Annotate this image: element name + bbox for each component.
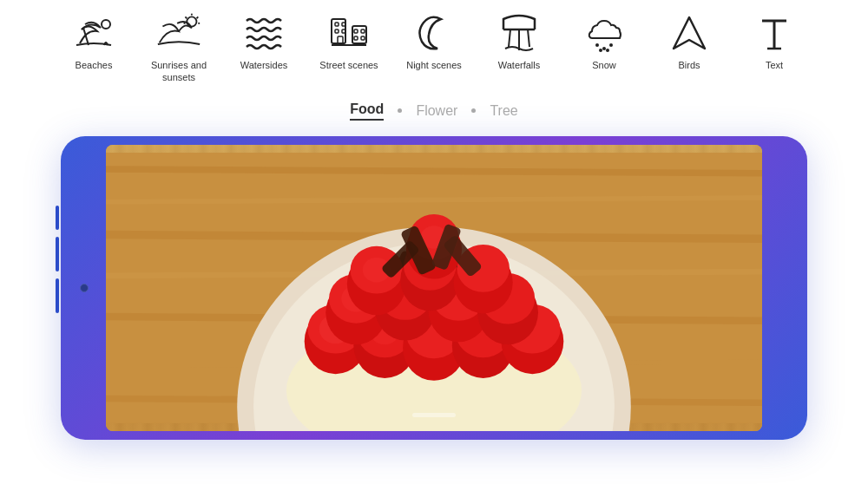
beaches-icon [71, 10, 116, 56]
phone-container [0, 136, 868, 448]
icon-snow[interactable]: Snow [569, 10, 639, 71]
text-label: Text [766, 59, 783, 71]
birds-label: Birds [678, 59, 700, 71]
snow-icon [582, 10, 627, 56]
svg-line-28 [106, 169, 762, 173]
svg-point-2 [187, 16, 196, 26]
svg-rect-11 [361, 29, 365, 33]
watersides-icon [241, 10, 286, 56]
volume-down-button [56, 278, 59, 313]
phone-screen [106, 145, 762, 431]
waterfalls-icon [496, 10, 542, 56]
icon-waterfalls[interactable]: Waterfalls [484, 10, 554, 71]
food-image-svg [106, 145, 762, 431]
icon-text[interactable]: Text [740, 10, 809, 71]
svg-rect-4 [352, 26, 366, 43]
filter-food[interactable]: Food [350, 101, 384, 121]
icon-beaches[interactable]: Beaches [59, 10, 128, 71]
front-camera [80, 284, 89, 292]
svg-rect-13 [361, 36, 365, 40]
home-button [412, 413, 456, 417]
svg-point-20 [602, 47, 606, 50]
dot-2 [471, 108, 476, 113]
text-icon [752, 10, 797, 56]
sunrises-icon [156, 10, 201, 56]
waterfalls-label: Waterfalls [498, 59, 541, 71]
power-button [56, 206, 59, 230]
svg-point-19 [595, 43, 599, 47]
svg-rect-8 [335, 29, 339, 33]
night-label: Night scenes [406, 59, 462, 71]
svg-rect-12 [354, 36, 358, 40]
svg-point-21 [609, 43, 613, 47]
icon-watersides[interactable]: Watersides [229, 10, 299, 71]
svg-rect-7 [342, 23, 345, 26]
svg-point-22 [599, 49, 602, 52]
phone-frame [61, 136, 807, 440]
birds-icon [667, 10, 712, 56]
svg-rect-10 [354, 29, 358, 33]
icon-birds[interactable]: Birds [654, 10, 724, 71]
icon-street[interactable]: Street scenes [314, 10, 384, 71]
beaches-label: Beaches [76, 59, 113, 71]
svg-rect-9 [342, 29, 345, 33]
filter-tree[interactable]: Tree [490, 103, 517, 119]
icon-sunrises[interactable]: Sunrises and sunsets [144, 10, 214, 84]
svg-line-16 [509, 29, 510, 47]
dot-1 [398, 108, 402, 113]
icon-night[interactable]: Night scenes [399, 10, 469, 71]
watersides-label: Watersides [240, 59, 288, 71]
side-buttons [56, 206, 59, 313]
svg-line-18 [528, 29, 529, 47]
street-label: Street scenes [319, 59, 378, 71]
sunrises-label: Sunrises and sunsets [144, 59, 214, 84]
phone-outer [43, 136, 825, 448]
volume-up-button [56, 237, 59, 271]
filter-flower[interactable]: Flower [416, 103, 457, 119]
svg-point-23 [606, 49, 609, 52]
snow-label: Snow [592, 59, 616, 71]
screen-image [106, 145, 762, 431]
svg-rect-6 [335, 23, 339, 26]
svg-point-1 [102, 20, 110, 29]
icons-row: Beaches Sunrises and sunsets [0, 0, 868, 93]
filter-tabs: Food Flower Tree [0, 93, 868, 136]
street-icon [326, 10, 372, 56]
night-icon [411, 10, 457, 56]
